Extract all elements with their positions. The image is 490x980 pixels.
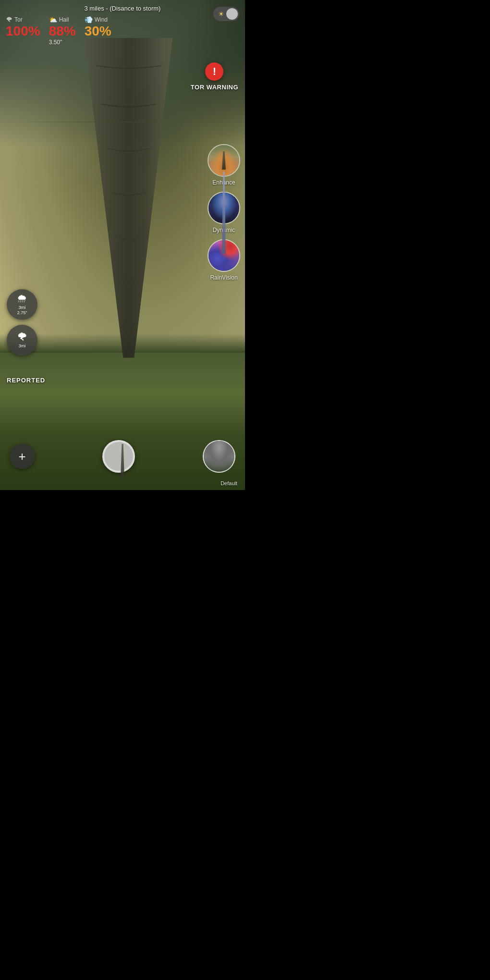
dark-mode-toggle[interactable]: ☀	[213, 7, 239, 21]
hail-label: Hail	[59, 16, 69, 23]
tor-label: Tor	[14, 16, 23, 23]
wind-label-row: 💨 Wind	[85, 16, 111, 24]
cam-label-rainvision: RainVision	[210, 274, 237, 281]
sun-icon: ☀	[216, 10, 226, 18]
hail-percent: 88%	[49, 24, 76, 38]
reported-label: REPORTED	[7, 377, 45, 384]
tornado-report-icon: 🌪	[17, 332, 27, 343]
default-view-container[interactable]: Default	[203, 440, 235, 473]
tornado-report-button[interactable]: 🌪 3mi	[7, 325, 37, 355]
wind-percent: 30%	[85, 24, 111, 38]
wind-small-icon: 💨	[85, 16, 93, 24]
tor-warning-label: TOR WARNING	[191, 84, 238, 91]
stats-row: 🌪 Tor 100% ⛅ Hail 88% 3.50" 💨 Wind 30%	[6, 16, 239, 46]
dynamic-tornado-visual	[222, 192, 226, 224]
tor-warning-area[interactable]: ! TOR WARNING	[191, 62, 238, 91]
enhance-tornado-visual	[222, 151, 226, 170]
distance-text: 3 miles - (Disance to storm)	[6, 5, 239, 12]
wind-stat: 💨 Wind 30%	[85, 16, 111, 38]
reported-badge: REPORTED	[7, 376, 45, 384]
cam-view-dynamic[interactable]: Dynamic	[208, 192, 240, 233]
tornado-small-icon: 🌪	[6, 16, 12, 24]
hail-stat: ⛅ Hail 88% 3.50"	[49, 16, 76, 46]
hail-size: 3.50"	[49, 39, 76, 46]
tor-percent: 100%	[6, 24, 40, 38]
shutter-button[interactable]	[102, 440, 135, 473]
horizon-line	[0, 122, 245, 122]
add-button[interactable]: +	[10, 444, 35, 469]
tornado-funnel	[74, 24, 184, 382]
tor-label-row: 🌪 Tor	[6, 16, 40, 24]
camera-views-panel: Enhance Dynamic RainVision	[208, 144, 240, 281]
exclamation-mark: !	[213, 65, 216, 78]
plus-icon: +	[18, 449, 25, 464]
tornado-distance-label: 3mi	[19, 343, 26, 349]
warning-exclamation-icon: !	[205, 62, 223, 81]
hail-label-row: ⛅ Hail	[49, 16, 76, 24]
wind-label: Wind	[95, 16, 108, 23]
header: 3 miles - (Disance to storm) 🌪 Tor 100% …	[0, 0, 245, 49]
tor-stat: 🌪 Tor 100%	[6, 16, 40, 38]
default-view-label: Default	[220, 480, 237, 486]
hail-report-button[interactable]: 🌨 3mi 2.75"	[7, 289, 37, 320]
cam-circle-dynamic	[208, 192, 240, 224]
bottom-bar: + Default	[0, 432, 245, 490]
default-view-circle	[203, 440, 235, 473]
toggle-circle	[226, 8, 238, 20]
hail-small-icon: ⛅	[49, 16, 57, 24]
dynamic-preview	[208, 193, 239, 223]
enhance-preview	[208, 145, 239, 176]
left-action-buttons: 🌨 3mi 2.75" 🌪 3mi	[7, 289, 37, 355]
hail-report-icon: 🌨	[17, 294, 27, 304]
hail-distance-label: 3mi 2.75"	[17, 305, 27, 316]
default-preview	[204, 441, 234, 472]
